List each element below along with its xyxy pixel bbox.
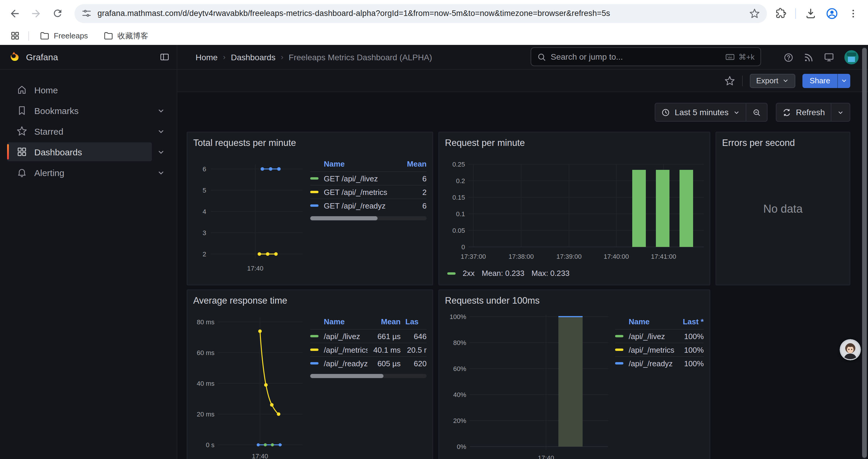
series-name[interactable]: GET /api/_/metrics (324, 188, 394, 196)
series-name[interactable]: /api/_/readyz (629, 359, 678, 368)
forward-button[interactable] (28, 6, 44, 21)
search-input[interactable]: Search or jump to... ⌘+k (531, 47, 761, 66)
reload-button[interactable] (50, 6, 65, 21)
series-color-pill[interactable] (615, 335, 623, 337)
legend-col-name[interactable]: Name (310, 317, 368, 326)
browser-menu-button[interactable] (845, 6, 861, 21)
panel-title[interactable]: Total requests per minute (193, 136, 427, 150)
chevron-down-icon (157, 148, 164, 156)
refresh-interval-button[interactable] (831, 103, 850, 121)
url-text[interactable]: grafana.mathmast.com/d/deytv4rwavabkb/fr… (97, 9, 743, 18)
sidebar-link-bookmarks[interactable]: Bookmarks (7, 101, 152, 120)
y-tick-label: 0% (457, 443, 466, 451)
page-scrollbar[interactable] (862, 47, 867, 459)
sidebar-link-dashboards[interactable]: Dashboards (7, 142, 152, 161)
favorite-dashboard-star-icon[interactable] (724, 75, 735, 86)
sidebar-expand-alerting[interactable] (152, 169, 169, 176)
panel-title[interactable]: Errors per second (722, 136, 844, 150)
user-avatar[interactable] (844, 50, 859, 64)
site-settings-icon[interactable] (82, 8, 92, 18)
series-name[interactable]: GET /api/_/readyz (324, 201, 394, 210)
series-last: 646 (401, 332, 427, 340)
apps-grid-icon (17, 146, 27, 157)
news-rss-icon[interactable] (804, 52, 814, 62)
chevron-down-icon (157, 107, 164, 114)
panel-title[interactable]: Requests under 100ms (445, 294, 704, 308)
series-name[interactable]: GET /api/_/livez (324, 174, 394, 183)
series-name[interactable]: 2xx (463, 269, 474, 277)
panel-title[interactable]: Average response time (193, 294, 427, 308)
legend-horizontal-scrollbar[interactable] (310, 216, 427, 220)
time-series-plot[interactable]: 6 5 4 3 2 17:40 (193, 153, 306, 276)
url-bar[interactable]: grafana.mathmast.com/d/deytv4rwavabkb/fr… (74, 4, 767, 23)
sidebar-expand-starred[interactable] (152, 127, 169, 135)
share-menu-button[interactable] (837, 73, 850, 88)
share-button[interactable]: Share (803, 73, 837, 88)
collapse-sidebar-icon[interactable] (159, 52, 169, 62)
series-name[interactable]: /api/_/livez (629, 332, 678, 340)
series-mean: Mean: 0.233 (482, 269, 524, 277)
panel-body: 80 ms 60 ms 40 ms 20 ms 0 s 17:40 (193, 308, 427, 459)
bookmark-star-icon[interactable] (749, 8, 760, 19)
series-name[interactable]: /api/_/livez (324, 332, 368, 340)
y-tick-label: 0 (462, 243, 465, 251)
series-color-pill[interactable] (447, 272, 456, 274)
back-button[interactable] (7, 6, 23, 21)
legend-col-last[interactable]: Las (401, 317, 427, 326)
time-range-picker[interactable]: Last 5 minutes (655, 103, 746, 121)
series-color-pill[interactable] (310, 349, 318, 351)
help-icon[interactable] (783, 52, 794, 62)
sidebar-expand-dashboards[interactable] (152, 148, 169, 156)
sidebar-link-home[interactable]: Home (7, 80, 152, 99)
tv-kiosk-icon[interactable] (824, 52, 834, 63)
refresh-button[interactable]: Refresh (776, 103, 831, 121)
legend-col-name[interactable]: Name (615, 317, 678, 326)
profile-button[interactable] (824, 6, 840, 21)
series-color-pill[interactable] (310, 362, 318, 364)
scrollbar-thumb[interactable] (310, 374, 383, 378)
scrollbar-thumb[interactable] (310, 216, 378, 220)
bookmark-folder-blogs[interactable]: 收藏博客 (99, 29, 153, 43)
sidebar-expand-bookmarks[interactable] (152, 107, 169, 114)
series-name[interactable]: /api/_/metrics (324, 345, 368, 354)
panel-title[interactable]: Request per minute (445, 136, 704, 150)
y-tick-label: 0.2 (456, 177, 465, 185)
series-name[interactable]: /api/_/metrics (629, 345, 678, 354)
series-color-pill[interactable] (615, 362, 623, 364)
download-icon (805, 7, 816, 19)
active-accent-bar (7, 144, 9, 160)
export-button[interactable]: Export (749, 73, 795, 88)
legend-table: Name Mean GET /api/_/livez 6 (310, 158, 427, 276)
legend-col-last[interactable]: Last * (678, 317, 704, 326)
legend-horizontal-scrollbar[interactable] (310, 374, 427, 378)
bookmark-folder-label: Freeleaps (54, 31, 88, 40)
grafana-logo[interactable] (8, 52, 20, 63)
series-color-pill[interactable] (310, 335, 318, 337)
panel-row-1: Total requests per minute (187, 132, 850, 285)
apps-shortcut-button[interactable] (7, 28, 23, 43)
sidebar-link-starred[interactable]: Starred (7, 122, 152, 140)
series-color-pill[interactable] (310, 191, 318, 193)
sidebar-link-alerting[interactable]: Alerting (7, 163, 152, 182)
scrollbar-thumb[interactable] (862, 48, 867, 458)
y-tick-label: 60 ms (197, 349, 215, 357)
series-color-pill[interactable] (310, 177, 318, 179)
series-color-pill[interactable] (615, 349, 623, 351)
series-name[interactable]: /api/_/readyz (324, 359, 368, 368)
bookmark-folder-freeleaps[interactable]: Freeleaps (35, 29, 93, 42)
bar-chart-plot[interactable]: 100% 80% 60% 40% 20% 0% 17:40 (445, 310, 609, 459)
legend-col-mean[interactable]: Mean (394, 160, 427, 168)
zoom-out-button[interactable] (746, 103, 767, 121)
legend-col-mean[interactable]: Mean (368, 317, 401, 326)
floating-avatar[interactable] (840, 339, 861, 360)
breadcrumb-dashboards[interactable]: Dashboards (231, 52, 275, 62)
shortcut-text: ⌘+k (739, 52, 754, 61)
series-color-pill[interactable] (310, 204, 318, 207)
bar-chart-plot[interactable]: 0.25 0.2 0.15 0.1 0.05 0 17:37:00 17:38:… (445, 153, 705, 263)
legend-col-name[interactable]: Name (310, 160, 394, 168)
extensions-button[interactable] (773, 6, 788, 21)
panel-row-2: Average response time (187, 290, 850, 459)
downloads-button[interactable] (803, 6, 818, 21)
breadcrumb-home[interactable]: Home (195, 52, 218, 62)
time-series-plot[interactable]: 80 ms 60 ms 40 ms 20 ms 0 s 17:40 (193, 310, 306, 459)
